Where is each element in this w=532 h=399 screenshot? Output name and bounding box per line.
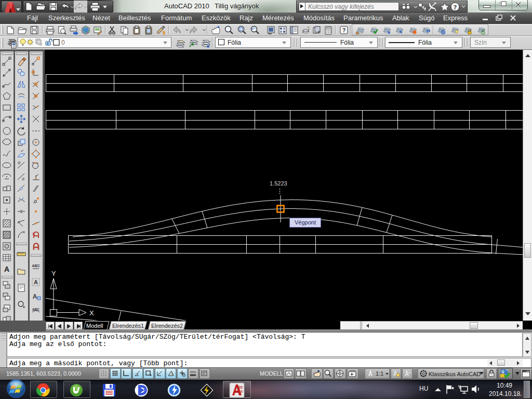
svg-text:?: ?	[454, 3, 457, 11]
svg-text:X: X	[89, 309, 94, 317]
svg-text:A: A	[4, 265, 9, 273]
svg-text:10: 10	[238, 390, 243, 393]
svg-text:?: ?	[342, 27, 346, 33]
svg-text:ABC: ABC	[32, 308, 39, 311]
svg-text:20: 20	[238, 385, 243, 389]
svg-text:A: A	[33, 293, 37, 300]
svg-text:1.5223: 1.5223	[270, 180, 287, 187]
svg-text:ABC: ABC	[32, 264, 39, 268]
svg-text:Y: Y	[51, 270, 56, 277]
svg-text:A: A	[34, 279, 38, 285]
svg-text:1:1: 1:1	[376, 370, 383, 377]
